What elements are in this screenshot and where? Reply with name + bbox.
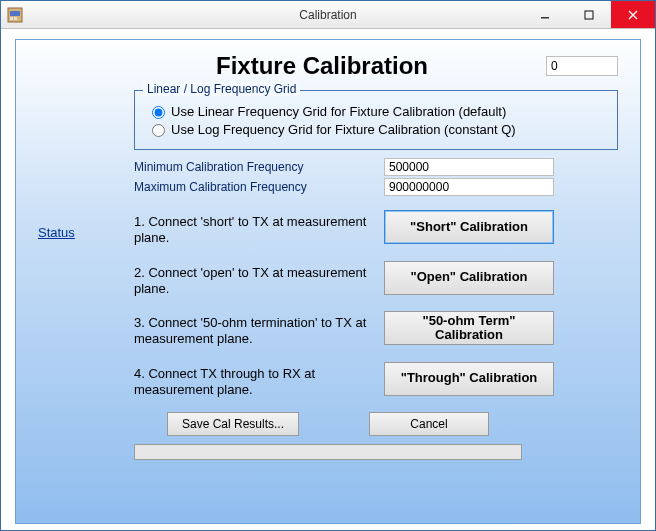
radio-linear-input[interactable] bbox=[152, 106, 165, 119]
min-freq-input[interactable] bbox=[384, 158, 554, 176]
term-calibration-button[interactable]: "50-ohm Term" Calibration bbox=[384, 311, 554, 345]
close-button[interactable] bbox=[611, 1, 655, 28]
through-calibration-button[interactable]: "Through" Calibration bbox=[384, 362, 554, 396]
window-buttons bbox=[523, 1, 655, 28]
page-title: Fixture Calibration bbox=[98, 52, 546, 80]
open-calibration-button[interactable]: "Open" Calibration bbox=[384, 261, 554, 295]
svg-rect-4 bbox=[541, 17, 549, 19]
step-2-text: 2. Connect 'open' to TX at measurement p… bbox=[134, 261, 384, 298]
step-4-text: 4. Connect TX through to RX at measureme… bbox=[134, 362, 384, 399]
main-panel: Fixture Calibration Linear / Log Frequen… bbox=[15, 39, 641, 524]
progress-bar bbox=[134, 444, 522, 460]
step-3-text: 3. Connect '50-ohm termination' to TX at… bbox=[134, 311, 384, 348]
content-area: Fixture Calibration Linear / Log Frequen… bbox=[1, 29, 655, 530]
radio-linear-label: Use Linear Frequency Grid for Fixture Ca… bbox=[171, 104, 506, 119]
frequency-grid-group: Linear / Log Frequency Grid Use Linear F… bbox=[134, 90, 618, 150]
radio-log-label: Use Log Frequency Grid for Fixture Calib… bbox=[171, 122, 516, 137]
step-1-text: 1. Connect 'short' to TX at measurement … bbox=[134, 210, 384, 247]
short-calibration-button[interactable]: "Short" Calibration bbox=[384, 210, 554, 244]
min-freq-label: Minimum Calibration Frequency bbox=[134, 160, 384, 174]
save-results-button[interactable]: Save Cal Results... bbox=[167, 412, 299, 436]
titlebar: Calibration bbox=[1, 1, 655, 29]
calibration-window: Calibration Fixture Calibration Linear /… bbox=[0, 0, 656, 531]
radio-log[interactable]: Use Log Frequency Grid for Fixture Calib… bbox=[147, 121, 605, 137]
minimize-button[interactable] bbox=[523, 1, 567, 28]
max-freq-input[interactable] bbox=[384, 178, 554, 196]
header-value-input[interactable] bbox=[546, 56, 618, 76]
svg-rect-2 bbox=[10, 17, 13, 20]
maximize-button[interactable] bbox=[567, 1, 611, 28]
svg-rect-5 bbox=[585, 11, 593, 19]
svg-rect-3 bbox=[14, 17, 17, 20]
app-icon bbox=[7, 7, 23, 23]
status-link[interactable]: Status bbox=[38, 225, 75, 240]
radio-log-input[interactable] bbox=[152, 124, 165, 137]
max-freq-label: Maximum Calibration Frequency bbox=[134, 180, 384, 194]
radio-linear[interactable]: Use Linear Frequency Grid for Fixture Ca… bbox=[147, 103, 605, 119]
group-legend: Linear / Log Frequency Grid bbox=[143, 82, 300, 96]
svg-rect-1 bbox=[10, 11, 20, 16]
cancel-button[interactable]: Cancel bbox=[369, 412, 489, 436]
